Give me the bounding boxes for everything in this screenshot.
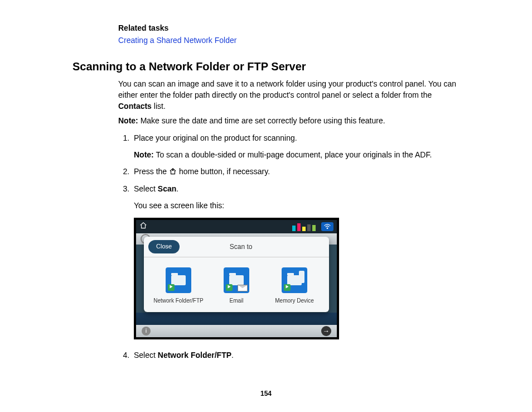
option-memory-device[interactable]: Memory Device <box>269 267 320 304</box>
scan-to-modal: Close Scan to Network Folder/FTP <box>144 237 329 312</box>
step-1-note: Note: To scan a double-sided or multi-pa… <box>134 149 460 160</box>
steps-list: Place your original on the product for s… <box>118 132 460 361</box>
note-text: Make sure the date and time are set corr… <box>138 116 385 125</box>
memory-device-icon <box>282 267 307 293</box>
info-icon: i <box>142 327 151 336</box>
step-2: Press the home button, if necessary. <box>132 166 460 177</box>
device-top-strip <box>136 220 337 233</box>
step-4-text-a: Select <box>134 351 158 360</box>
note-line: Note: Make sure the date and time are se… <box>118 115 460 126</box>
email-icon <box>224 267 249 293</box>
step-4: Select Network Folder/FTP. <box>132 349 460 361</box>
option-network-folder-label: Network Folder/FTP <box>153 298 203 304</box>
option-email-label: Email <box>229 298 243 304</box>
device-bottom-bar: i → <box>136 325 337 337</box>
home-icon <box>169 167 177 176</box>
related-task-link[interactable]: Creating a Shared Network Folder <box>118 35 460 46</box>
step-1-note-text: To scan a double-sided or multi-page doc… <box>154 150 432 159</box>
step-3-text-a: Select <box>134 184 158 193</box>
step-1: Place your original on the product for s… <box>132 132 460 161</box>
next-arrow-icon: → <box>321 326 331 336</box>
modal-title: Scan to <box>180 242 302 252</box>
step-4-text-b: . <box>231 351 234 360</box>
option-network-folder[interactable]: Network Folder/FTP <box>153 267 204 304</box>
step-2-text-b: home button, if necessary. <box>177 167 270 176</box>
network-folder-icon <box>166 267 191 293</box>
step-3-text-b: . <box>176 184 178 193</box>
step-3: Select Scan. You see a screen like this: <box>132 183 460 340</box>
intro-text-a: You can scan an image and save it to a n… <box>118 79 456 99</box>
step-3-bold: Scan <box>158 184 176 193</box>
page-number: 154 <box>72 389 460 399</box>
device-screenshot: i → Close Scan to Netwo <box>134 218 339 339</box>
intro-contacts-bold: Contacts <box>118 102 152 111</box>
section-title: Scanning to a Network Folder or FTP Serv… <box>72 59 460 75</box>
option-email[interactable]: Email <box>211 267 262 304</box>
device-home-icon <box>139 221 147 232</box>
wifi-icon <box>321 222 333 231</box>
option-memory-device-label: Memory Device <box>275 298 313 304</box>
intro-text-b: list. <box>152 102 166 111</box>
svg-point-0 <box>172 170 173 171</box>
step-4-bold: Network Folder/FTP <box>158 351 231 360</box>
intro-paragraph: You can scan an image and save it to a n… <box>118 78 460 112</box>
svg-point-1 <box>327 228 328 229</box>
step-1-text: Place your original on the product for s… <box>134 133 297 142</box>
related-tasks-heading: Related tasks <box>118 22 460 33</box>
note-label: Note: <box>118 116 138 125</box>
step-2-text-a: Press the <box>134 167 169 176</box>
ink-levels-icon <box>292 222 316 231</box>
close-button[interactable]: Close <box>148 240 180 253</box>
step-3-after: You see a screen like this: <box>134 200 460 211</box>
step-1-note-label: Note: <box>134 150 154 159</box>
